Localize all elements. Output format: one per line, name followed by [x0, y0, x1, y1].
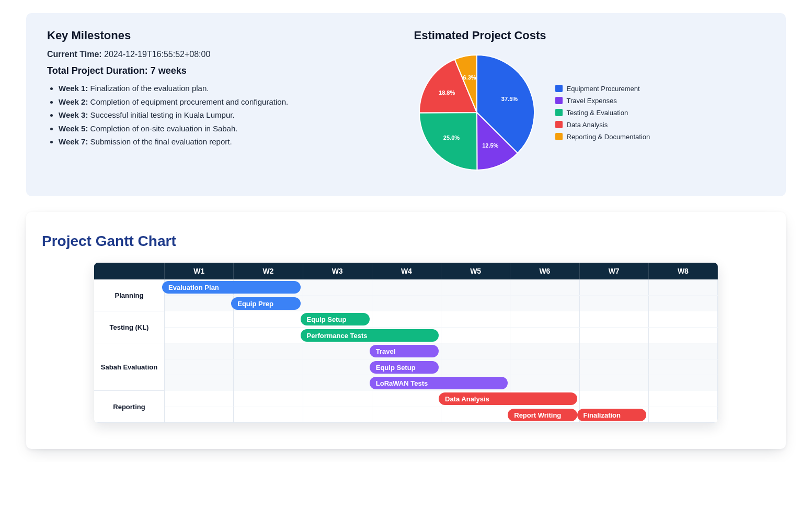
gantt-phase-label: Sabah Evaluation: [94, 343, 165, 390]
legend-label: Equipment Procurement: [567, 85, 640, 93]
gantt-phase-block: Sabah EvaluationTravelEquip SetupLoRaWAN…: [94, 343, 718, 391]
gantt-phase-block: ReportingData AnalysisReport WritingFina…: [94, 391, 718, 423]
gantt-phase-label: Planning: [94, 279, 165, 311]
gantt-task-row: Performance Tests: [165, 327, 718, 343]
pie-slice-label: 12.5%: [482, 142, 498, 149]
current-time-value: 2024-12-19T16:55:52+08:00: [104, 50, 210, 59]
milestone-week: Week 2:: [59, 97, 88, 106]
milestone-week: Week 3:: [59, 110, 88, 119]
legend-item: Travel Expenses: [555, 97, 650, 105]
gantt-task-bar: Evaluation Plan: [162, 281, 301, 294]
gantt-phase-block: PlanningEvaluation PlanEquip Prep: [94, 279, 718, 311]
legend-swatch: [555, 85, 563, 92]
project-duration: Total Project Duration: 7 weeks: [47, 65, 398, 76]
gantt-phase-block: Testing (KL)Equip SetupPerformance Tests: [94, 311, 718, 343]
milestone-item: Week 5: Completion of on-site evaluation…: [59, 122, 398, 136]
legend-label: Testing & Evaluation: [567, 109, 628, 117]
gantt-task-row: Equip Setup: [165, 359, 718, 375]
legend-label: Travel Expenses: [567, 97, 617, 105]
gantt-week-header: W5: [441, 263, 510, 279]
costs-panel: Estimated Project Costs 37.5%12.5%25.0%1…: [414, 29, 765, 175]
pie-slice: [419, 113, 477, 170]
gantt-task-row: Travel: [165, 343, 718, 359]
gantt-task-row: Equip Prep: [165, 295, 718, 311]
gantt-header: W1W2W3W4W5W6W7W8: [94, 263, 718, 279]
gantt-task-bar: Performance Tests: [301, 329, 439, 342]
gantt-task-row: Evaluation Plan: [165, 279, 718, 295]
pie-slice-label: 25.0%: [443, 134, 460, 141]
legend-item: Reporting & Documentation: [555, 133, 650, 141]
milestone-text: Finalization of the evaluation plan.: [88, 84, 209, 93]
gantt-task-row: LoRaWAN Tests: [165, 375, 718, 390]
pie-slice-label: 6.3%: [463, 74, 476, 81]
costs-title: Estimated Project Costs: [414, 29, 765, 42]
top-info-card: Key Milestones Current Time: 2024-12-19T…: [26, 13, 786, 196]
legend-label: Data Analysis: [567, 121, 608, 129]
gantt-task-bar: Equip Setup: [301, 313, 370, 325]
milestone-text: Successful initial testing in Kuala Lump…: [88, 110, 234, 119]
milestone-item: Week 3: Successful initial testing in Ku…: [59, 108, 398, 122]
pie-slice-label: 18.8%: [439, 89, 455, 96]
gantt-title: Project Gantt Chart: [42, 233, 770, 250]
current-time-label: Current Time:: [47, 50, 102, 59]
current-time-line: Current Time: 2024-12-19T16:55:52+08:00: [47, 50, 398, 59]
milestone-week: Week 1:: [59, 84, 88, 93]
gantt-task-bar: Report Writing: [508, 409, 577, 421]
milestones-panel: Key Milestones Current Time: 2024-12-19T…: [47, 29, 398, 175]
gantt-task-row: Report WritingFinalization: [165, 407, 718, 422]
legend-swatch: [555, 109, 563, 116]
gantt-chart: W1W2W3W4W5W6W7W8PlanningEvaluation PlanE…: [94, 263, 718, 423]
gantt-task-row: Data Analysis: [165, 391, 718, 407]
milestone-item: Week 1: Finalization of the evaluation p…: [59, 82, 398, 95]
milestones-title: Key Milestones: [47, 29, 398, 42]
gantt-phase-label: Testing (KL): [94, 311, 165, 343]
gantt-phase-label: Reporting: [94, 391, 165, 422]
legend-swatch: [555, 121, 563, 128]
legend-item: Testing & Evaluation: [555, 109, 650, 117]
legend-item: Data Analysis: [555, 121, 650, 129]
milestone-text: Submission of the final evaluation repor…: [88, 137, 232, 146]
milestone-list: Week 1: Finalization of the evaluation p…: [47, 82, 398, 149]
pie-legend: Equipment ProcurementTravel ExpensesTest…: [555, 85, 650, 141]
gantt-week-header: W6: [510, 263, 579, 279]
gantt-task-bar: Data Analysis: [439, 392, 577, 405]
gantt-task-row: Equip Setup: [165, 311, 718, 327]
gantt-task-bar: Equip Prep: [231, 297, 300, 310]
milestone-text: Completion of equipment procurement and …: [88, 97, 288, 106]
pie-chart: 37.5%12.5%25.0%18.8%6.3%: [414, 50, 540, 175]
gantt-week-header: W7: [580, 263, 649, 279]
milestone-week: Week 7:: [59, 137, 88, 146]
gantt-task-bar: LoRaWAN Tests: [370, 377, 508, 389]
milestone-item: Week 2: Completion of equipment procurem…: [59, 95, 398, 109]
pie-slice-label: 37.5%: [501, 96, 518, 102]
gantt-week-header: W3: [303, 263, 372, 279]
milestone-text: Completion of on-site evaluation in Saba…: [88, 124, 237, 133]
gantt-week-header: W8: [649, 263, 718, 279]
legend-label: Reporting & Documentation: [567, 133, 650, 141]
milestone-week: Week 5:: [59, 124, 88, 133]
legend-swatch: [555, 97, 563, 104]
gantt-week-header: W4: [372, 263, 441, 279]
legend-swatch: [555, 133, 563, 140]
gantt-task-bar: Finalization: [577, 409, 646, 421]
milestone-item: Week 7: Submission of the final evaluati…: [59, 135, 398, 149]
gantt-task-bar: Equip Setup: [370, 361, 439, 374]
gantt-task-bar: Travel: [370, 345, 439, 357]
gantt-header-label-cell: [94, 263, 165, 279]
legend-item: Equipment Procurement: [555, 85, 650, 93]
pie-svg: [414, 50, 540, 175]
gantt-card: Project Gantt Chart W1W2W3W4W5W6W7W8Plan…: [26, 212, 786, 449]
gantt-week-header: W2: [234, 263, 303, 279]
gantt-week-header: W1: [165, 263, 234, 279]
